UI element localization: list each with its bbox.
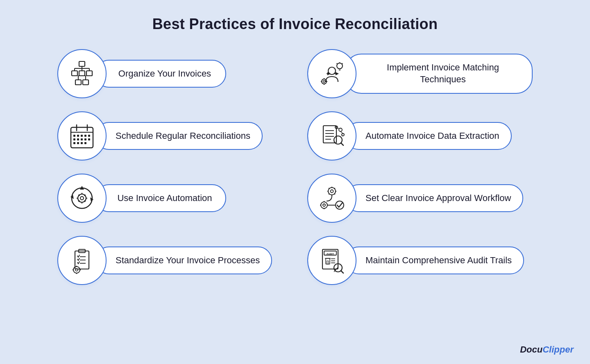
svg-line-18 bbox=[337, 63, 338, 64]
label-use-automation: Use Invoice Automation bbox=[95, 184, 226, 213]
card-approval-workflow: Set Clear Invoice Approval Workflow bbox=[307, 174, 533, 223]
svg-point-80 bbox=[323, 204, 325, 206]
svg-point-51 bbox=[339, 128, 342, 131]
extraction-icon bbox=[318, 122, 346, 150]
svg-rect-2 bbox=[79, 71, 85, 76]
icon-circle-audit: AUDIT bbox=[307, 236, 356, 285]
svg-rect-44 bbox=[323, 126, 336, 143]
matching-icon bbox=[318, 59, 346, 88]
icon-circle-automation bbox=[57, 174, 107, 223]
svg-rect-5 bbox=[83, 80, 88, 85]
svg-rect-100 bbox=[326, 258, 330, 264]
svg-rect-3 bbox=[86, 71, 92, 76]
svg-rect-38 bbox=[84, 138, 86, 140]
card-standardize-processes: Standardize Your Invoice Processes bbox=[57, 236, 283, 285]
svg-point-52 bbox=[342, 133, 344, 136]
svg-line-54 bbox=[340, 131, 343, 133]
svg-rect-35 bbox=[73, 138, 75, 140]
label-implement-matching: Implement Invoice Matching Techniques bbox=[345, 54, 533, 93]
organize-icon bbox=[68, 59, 96, 88]
svg-rect-36 bbox=[77, 138, 79, 140]
svg-point-14 bbox=[337, 63, 343, 69]
page-title: Best Practices of Invoice Reconciliation bbox=[152, 16, 438, 33]
standardize-icon bbox=[68, 246, 96, 275]
svg-rect-102 bbox=[327, 261, 329, 264]
svg-rect-40 bbox=[73, 142, 75, 144]
svg-rect-43 bbox=[84, 142, 86, 144]
svg-point-70 bbox=[331, 190, 334, 193]
svg-line-55 bbox=[338, 128, 339, 129]
audit-icon: AUDIT bbox=[318, 246, 346, 275]
card-use-automation: Use Invoice Automation bbox=[57, 174, 283, 223]
svg-point-60 bbox=[80, 197, 84, 200]
icon-circle-matching bbox=[307, 49, 356, 98]
card-implement-matching: Implement Invoice Matching Techniques bbox=[307, 49, 533, 98]
svg-rect-42 bbox=[81, 142, 83, 144]
svg-rect-0 bbox=[79, 61, 85, 66]
svg-rect-31 bbox=[77, 135, 79, 137]
svg-rect-39 bbox=[88, 138, 90, 140]
svg-rect-33 bbox=[84, 135, 86, 137]
automation-icon bbox=[68, 184, 96, 213]
svg-point-91 bbox=[73, 267, 80, 273]
icon-circle-extraction bbox=[307, 111, 356, 161]
svg-line-19 bbox=[342, 63, 343, 64]
workflow-icon bbox=[318, 184, 346, 213]
svg-rect-26 bbox=[71, 127, 93, 148]
label-schedule-reconciliations: Schedule Regular Reconciliations bbox=[95, 122, 263, 150]
svg-rect-41 bbox=[77, 142, 79, 144]
label-audit-trails: Maintain Comprehensive Audit Trails bbox=[345, 246, 524, 275]
svg-line-108 bbox=[341, 271, 343, 273]
calendar-icon bbox=[68, 122, 96, 150]
icon-circle-organize bbox=[57, 49, 107, 98]
svg-rect-4 bbox=[75, 80, 81, 85]
svg-point-13 bbox=[328, 67, 336, 75]
svg-rect-1 bbox=[72, 71, 77, 76]
card-audit-trails: AUDIT Maintain Comprehensive Audit Trail… bbox=[307, 236, 533, 285]
svg-rect-37 bbox=[81, 138, 83, 140]
brand-logo: DocuClipper bbox=[520, 344, 574, 355]
cards-grid: Organize Your Invoices bbox=[49, 49, 541, 285]
label-automate-extraction: Automate Invoice Data Extraction bbox=[345, 122, 512, 150]
svg-text:AUDIT: AUDIT bbox=[327, 253, 334, 255]
label-organize-invoices: Organize Your Invoices bbox=[95, 60, 226, 88]
svg-line-110 bbox=[334, 271, 335, 272]
card-schedule-reconciliations: Schedule Regular Reconciliations bbox=[57, 111, 283, 161]
icon-circle-standardize bbox=[57, 236, 107, 285]
svg-rect-34 bbox=[88, 135, 90, 137]
svg-point-79 bbox=[321, 202, 327, 208]
svg-rect-32 bbox=[81, 135, 83, 137]
brand-text-clipper: Clipper bbox=[542, 344, 574, 355]
card-automate-extraction: Automate Invoice Data Extraction bbox=[307, 111, 533, 161]
card-organize-invoices: Organize Your Invoices bbox=[57, 49, 283, 98]
svg-line-50 bbox=[341, 143, 343, 145]
brand-text-docu: Docu bbox=[520, 344, 542, 355]
icon-circle-calendar bbox=[57, 111, 107, 161]
icon-circle-workflow bbox=[307, 174, 356, 223]
label-approval-workflow: Set Clear Invoice Approval Workflow bbox=[345, 184, 523, 213]
label-standardize-processes: Standardize Your Invoice Processes bbox=[95, 246, 272, 275]
svg-rect-30 bbox=[73, 135, 75, 137]
svg-point-21 bbox=[323, 81, 325, 83]
